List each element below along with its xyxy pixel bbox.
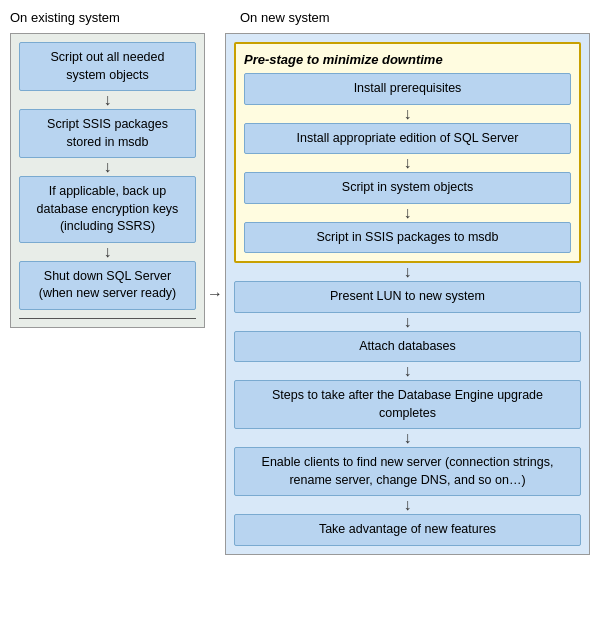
- left-step-2: Script SSIS packages stored in msdb: [19, 109, 196, 158]
- right-steps-container: Pre-stage to minimize downtime Install p…: [225, 33, 590, 555]
- right-step-2: Attach databases: [234, 331, 581, 363]
- prestage-step-2: Install appropriate edition of SQL Serve…: [244, 123, 571, 155]
- right-arrow-2: ↓: [234, 313, 581, 331]
- arrow-1: ↓: [19, 91, 196, 109]
- left-step-1: Script out all needed system objects: [19, 42, 196, 91]
- prestage-box: Pre-stage to minimize downtime Install p…: [234, 42, 581, 263]
- right-arrow-4: ↓: [234, 429, 581, 447]
- arrow-2: ↓: [19, 158, 196, 176]
- right-arrow-3: ↓: [234, 362, 581, 380]
- right-step-5: Take advantage of new features: [234, 514, 581, 546]
- prestage-arrow-2: ↓: [244, 154, 571, 172]
- right-step-3: Steps to take after the Database Engine …: [234, 380, 581, 429]
- prestage-arrow-3: ↓: [244, 204, 571, 222]
- right-arrow-5: ↓: [234, 496, 581, 514]
- left-steps-container: Script out all needed system objects ↓ S…: [10, 33, 205, 328]
- title-row: On existing system On new system: [10, 10, 590, 25]
- prestage-label: Pre-stage to minimize downtime: [244, 52, 571, 67]
- arrow-3: ↓: [19, 243, 196, 261]
- left-title: On existing system: [10, 10, 205, 25]
- left-step-4: Shut down SQL Server (when new server re…: [19, 261, 196, 310]
- prestage-step-1: Install prerequisites: [244, 73, 571, 105]
- prestage-step-4: Script in SSIS packages to msdb: [244, 222, 571, 254]
- left-panel: Script out all needed system objects ↓ S…: [10, 33, 205, 328]
- right-arrow-1: ↓: [234, 263, 581, 281]
- right-title: On new system: [225, 10, 590, 25]
- diagram-container: On existing system On new system Script …: [10, 10, 590, 555]
- right-step-4: Enable clients to find new server (conne…: [234, 447, 581, 496]
- right-panel: Pre-stage to minimize downtime Install p…: [225, 33, 590, 555]
- right-step-1: Present LUN to new system: [234, 281, 581, 313]
- left-step-3: If applicable, back up database encrypti…: [19, 176, 196, 243]
- right-arrow: →: [207, 285, 223, 303]
- prestage-arrow-1: ↓: [244, 105, 571, 123]
- mid-connector: →: [205, 33, 225, 555]
- prestage-step-3: Script in system objects: [244, 172, 571, 204]
